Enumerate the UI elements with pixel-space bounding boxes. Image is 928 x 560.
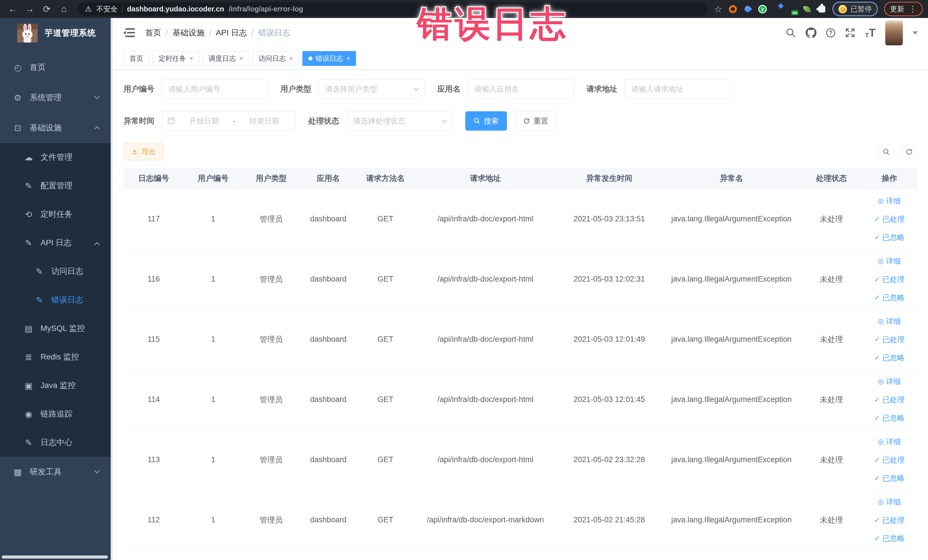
refresh-icon[interactable] — [901, 144, 917, 160]
avatar-caret-down-icon[interactable] — [913, 31, 918, 35]
sidebar-item-log-center[interactable]: ✎日志中心 — [0, 428, 113, 457]
action-已处理[interactable]: ✓已处理 — [875, 451, 905, 469]
sidebar-item-home[interactable]: ◴首页 — [0, 52, 113, 82]
sidebar-item-config[interactable]: ✎配置管理 — [0, 171, 113, 200]
font-size-icon[interactable]: TT — [865, 27, 876, 39]
action-详细[interactable]: ◎详细 — [878, 493, 901, 511]
action-已忽略[interactable]: ✓已忽略 — [875, 409, 905, 427]
sidebar-item-job[interactable]: ⟲定时任务 — [0, 200, 113, 229]
action-详细[interactable]: ◎详细 — [878, 372, 901, 391]
action-已忽略[interactable]: ✓已忽略 — [875, 349, 905, 367]
table-toolbar-right — [878, 144, 917, 160]
toggle-search-icon[interactable] — [878, 144, 894, 160]
action-label: 已忽略 — [882, 288, 905, 307]
tab-api-access[interactable]: 访问日志× — [252, 51, 299, 66]
close-icon[interactable]: × — [289, 55, 293, 62]
home-icon[interactable]: ⌂ — [56, 2, 71, 16]
reload-icon[interactable]: ⟳ — [40, 2, 54, 16]
github-icon[interactable] — [806, 27, 817, 38]
sidebar-item-java[interactable]: ▣Java 监控 — [0, 371, 113, 400]
action-详细[interactable]: ◎详细 — [878, 312, 901, 330]
sidebar-item-label: 链路追踪 — [41, 409, 72, 420]
breadcrumb-item[interactable]: 首页 — [145, 27, 161, 38]
export-button[interactable]: 导出 — [124, 143, 163, 160]
address-bar[interactable]: ⚠ 不安全 dashboard.yudao.iocoder.cn/infra/l… — [78, 2, 708, 16]
sidebar-item-file[interactable]: ☁文件管理 — [0, 143, 113, 171]
table-cell: 未处理 — [801, 369, 862, 430]
check-icon: ✓ — [875, 228, 880, 246]
user-type-select[interactable]: 请选择用户类型 — [319, 79, 425, 99]
breadcrumb-item[interactable]: API 日志 — [216, 27, 247, 38]
action-已处理[interactable]: ✓已处理 — [875, 330, 905, 349]
action-已处理[interactable]: ✓已处理 — [875, 270, 905, 288]
browser-update-button[interactable]: 更新 ⋮ — [884, 2, 923, 16]
sidebar-item-trace[interactable]: ◉链路追踪 — [0, 400, 113, 428]
filter-label: 处理状态 — [308, 116, 339, 126]
sidebar-item-api-log[interactable]: ✎API 日志 — [0, 229, 113, 257]
chevron-up-icon — [94, 242, 100, 248]
sidebar-item-infra[interactable]: ⊡基础设施 — [0, 113, 113, 143]
forward-icon[interactable]: → — [22, 2, 37, 16]
action-已处理[interactable]: ✓已处理 — [875, 210, 905, 228]
tab-home[interactable]: 首页 — [124, 51, 149, 66]
sidebar-horizontal-scrollbar[interactable] — [2, 555, 108, 558]
sidebar-item-label: 错误日志 — [51, 294, 83, 305]
extension-sprout-icon[interactable] — [803, 5, 811, 14]
action-已忽略[interactable]: ✓已忽略 — [875, 529, 905, 548]
close-icon[interactable]: × — [346, 55, 350, 62]
app-name-input[interactable] — [468, 79, 574, 99]
close-icon[interactable]: × — [240, 55, 243, 62]
submenu-group: ☁文件管理✎配置管理⟲定时任务✎API 日志✎访问日志✎错误日志▤MySQL 监… — [0, 143, 113, 457]
action-label: 详细 — [886, 312, 901, 330]
process-status-select[interactable]: 请选择处理状态 — [346, 111, 453, 131]
breadcrumb-item[interactable]: 基础设施 — [172, 27, 205, 38]
back-icon[interactable]: ← — [5, 2, 20, 16]
bookmark-star-icon[interactable]: ☆ — [714, 4, 722, 15]
avatar[interactable] — [885, 20, 903, 45]
extension-puzzle-icon[interactable] — [818, 5, 826, 14]
sidebar-item-redis[interactable]: ≣Redis 监控 — [0, 343, 113, 371]
action-已忽略[interactable]: ✓已忽略 — [875, 469, 905, 487]
table-cell: dashboard — [300, 490, 357, 550]
action-详细[interactable]: ◎详细 — [878, 252, 901, 270]
sidebar-item-error-log[interactable]: ✎错误日志 — [0, 285, 113, 314]
tab-job[interactable]: 定时任务× — [153, 51, 199, 66]
sidebar-item-mysql[interactable]: ▤MySQL 监控 — [0, 314, 113, 343]
table-cell: /api/infra/db-doc/export-html — [414, 189, 557, 249]
action-已处理[interactable]: ✓已处理 — [875, 391, 905, 409]
action-label: 详细 — [886, 192, 901, 210]
close-icon[interactable]: × — [189, 55, 193, 62]
action-已忽略[interactable]: ✓已忽略 — [875, 228, 905, 246]
extension-drop-icon[interactable] — [743, 5, 752, 14]
fullscreen-icon[interactable] — [845, 27, 855, 38]
extension-on-icon[interactable]: on — [788, 5, 797, 13]
request-url-input[interactable] — [625, 79, 731, 99]
table-cell: 1 — [184, 249, 243, 309]
kebab-menu-icon[interactable]: ⋮ — [909, 4, 917, 14]
sidebar-item-access-log[interactable]: ✎访问日志 — [0, 257, 113, 285]
table-cell: GET — [357, 249, 414, 309]
search-button[interactable]: 搜索 — [465, 111, 507, 131]
action-详细[interactable]: ◎详细 — [878, 192, 901, 210]
extension-grid-icon[interactable] — [773, 5, 781, 13]
sidebar-item-dev-tools[interactable]: ▦研发工具 — [0, 457, 113, 487]
reset-button[interactable]: 重置 — [515, 111, 557, 131]
tab-api-error[interactable]: 错误日志× — [302, 51, 356, 66]
help-icon[interactable]: ? — [826, 28, 835, 37]
action-已忽略[interactable]: ✓已忽略 — [875, 288, 905, 307]
date-range-picker[interactable]: 开始日期 - 结束日期 — [162, 111, 296, 131]
action-已处理[interactable]: ✓已处理 — [875, 511, 905, 529]
table-cell-actions: ◎详细✓已处理✓已忽略 — [862, 369, 917, 430]
hamburger-icon[interactable] — [123, 27, 136, 38]
paused-chip[interactable]: ☺ 已暂停 — [832, 2, 878, 16]
sidebar-item-system[interactable]: ⚙系统管理 — [0, 82, 113, 113]
extension-green-y-icon[interactable]: y — [758, 5, 767, 14]
app-logo[interactable]: 芋道管理系统 — [0, 18, 113, 48]
action-详细[interactable]: ◎详细 — [878, 432, 901, 451]
sidebar-vertical-scrollbar[interactable] — [111, 18, 113, 560]
tab-job-log[interactable]: 调度日志× — [203, 51, 249, 66]
user-id-input[interactable] — [162, 79, 268, 99]
edit-note-icon: ✎ — [23, 438, 34, 448]
extension-orange-icon[interactable] — [729, 5, 737, 14]
search-icon[interactable] — [786, 27, 796, 38]
